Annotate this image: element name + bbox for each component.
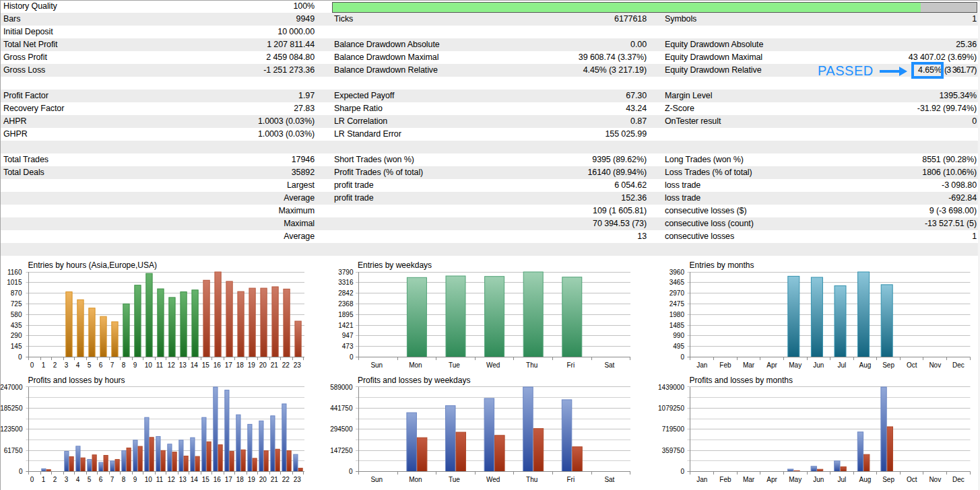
svg-text:3960: 3960 (669, 269, 685, 276)
svg-text:Jun: Jun (813, 361, 824, 369)
svg-text:Oct: Oct (907, 476, 917, 483)
svg-text:0: 0 (18, 353, 22, 361)
svg-text:Profits and losses by months: Profits and losses by months (690, 376, 793, 385)
svg-text:14: 14 (191, 361, 199, 369)
svg-text:719500: 719500 (662, 425, 685, 433)
svg-text:Sun: Sun (370, 476, 383, 483)
svg-text:0: 0 (19, 468, 23, 475)
svg-text:870: 870 (11, 289, 22, 297)
svg-text:Profits and losses by weekdays: Profits and losses by weekdays (358, 376, 470, 385)
svg-text:3465: 3465 (669, 279, 685, 286)
svg-text:23: 23 (294, 476, 302, 483)
svg-text:Sat: Sat (604, 361, 614, 369)
svg-text:Wed: Wed (486, 361, 500, 369)
svg-text:441750: 441750 (330, 405, 353, 412)
svg-text:247000: 247000 (0, 384, 23, 391)
svg-text:13: 13 (179, 361, 187, 369)
svg-text:Dec: Dec (952, 476, 965, 483)
svg-text:May: May (789, 361, 802, 369)
svg-text:Jan: Jan (696, 476, 707, 483)
svg-text:Tue: Tue (449, 476, 460, 483)
svg-text:13: 13 (179, 476, 187, 483)
svg-text:Dec: Dec (952, 361, 965, 369)
svg-text:61750: 61750 (4, 447, 23, 454)
svg-text:2475: 2475 (669, 300, 685, 308)
svg-text:21: 21 (271, 361, 279, 369)
svg-text:435: 435 (11, 322, 22, 329)
svg-text:1980: 1980 (669, 311, 685, 318)
svg-text:589000: 589000 (330, 384, 353, 391)
svg-text:11: 11 (156, 476, 164, 483)
svg-text:Entries by hours (Asia,Europe,: Entries by hours (Asia,Europe,USA) (28, 260, 157, 270)
svg-text:473: 473 (342, 343, 354, 350)
svg-text:3790: 3790 (338, 269, 354, 276)
svg-text:Apr: Apr (766, 476, 777, 483)
svg-text:1485: 1485 (669, 322, 685, 329)
svg-text:10: 10 (145, 361, 153, 369)
svg-text:9: 9 (133, 361, 137, 369)
svg-text:2368: 2368 (338, 300, 354, 308)
svg-text:May: May (789, 476, 802, 483)
svg-text:Jan: Jan (696, 361, 707, 369)
svg-text:20: 20 (259, 476, 267, 483)
svg-text:4: 4 (76, 476, 80, 483)
svg-text:0: 0 (30, 361, 34, 369)
svg-text:990: 990 (673, 332, 684, 339)
svg-text:1439000: 1439000 (658, 384, 684, 391)
svg-text:2970: 2970 (669, 289, 685, 297)
svg-text:12: 12 (168, 476, 176, 483)
svg-text:Sat: Sat (604, 476, 614, 483)
svg-text:Entries by weekdays: Entries by weekdays (358, 260, 432, 270)
svg-text:Fri: Fri (566, 361, 575, 369)
svg-text:1079250: 1079250 (658, 405, 684, 412)
svg-text:3: 3 (65, 361, 69, 369)
svg-text:23: 23 (294, 361, 302, 369)
svg-text:1015: 1015 (7, 279, 22, 286)
svg-text:2: 2 (53, 361, 57, 369)
svg-text:4: 4 (76, 361, 80, 369)
svg-text:Feb: Feb (719, 476, 731, 483)
svg-text:947: 947 (342, 332, 354, 339)
svg-text:Aug: Aug (859, 476, 872, 483)
svg-text:Wed: Wed (486, 476, 500, 483)
svg-text:290: 290 (11, 332, 22, 339)
svg-text:145: 145 (11, 343, 22, 350)
svg-text:Sep: Sep (882, 476, 894, 483)
svg-text:21: 21 (271, 476, 279, 483)
svg-text:725: 725 (11, 300, 22, 308)
svg-text:Feb: Feb (719, 361, 731, 369)
svg-text:Profits and losses by hours: Profits and losses by hours (28, 376, 125, 385)
svg-text:14: 14 (191, 476, 199, 483)
svg-text:18: 18 (236, 476, 244, 483)
svg-text:5: 5 (88, 476, 92, 483)
svg-text:Mar: Mar (743, 361, 755, 369)
svg-text:0: 0 (680, 353, 684, 361)
svg-text:Nov: Nov (929, 476, 941, 483)
svg-text:19: 19 (248, 361, 256, 369)
svg-text:0: 0 (30, 476, 34, 483)
svg-text:6: 6 (99, 476, 103, 483)
svg-text:185250: 185250 (0, 405, 23, 412)
svg-text:2: 2 (53, 476, 57, 483)
svg-text:16: 16 (214, 476, 222, 483)
svg-text:17: 17 (225, 476, 233, 483)
svg-text:0: 0 (680, 468, 684, 475)
svg-text:Apr: Apr (766, 361, 777, 369)
svg-text:9: 9 (133, 476, 137, 483)
svg-text:123500: 123500 (0, 425, 23, 433)
svg-text:0: 0 (350, 353, 354, 361)
svg-text:1: 1 (42, 361, 46, 369)
svg-text:Entries by months: Entries by months (690, 260, 754, 270)
svg-text:Mon: Mon (409, 361, 422, 369)
svg-text:5: 5 (88, 361, 92, 369)
svg-text:Mon: Mon (409, 476, 422, 483)
svg-text:1160: 1160 (7, 269, 22, 276)
svg-text:Oct: Oct (907, 361, 917, 369)
svg-text:Nov: Nov (929, 361, 941, 369)
svg-text:10: 10 (145, 476, 153, 483)
svg-text:Sun: Sun (370, 361, 383, 369)
svg-text:15: 15 (202, 361, 210, 369)
svg-text:Fri: Fri (566, 476, 575, 483)
svg-text:1895: 1895 (338, 311, 354, 318)
svg-text:12: 12 (168, 361, 176, 369)
